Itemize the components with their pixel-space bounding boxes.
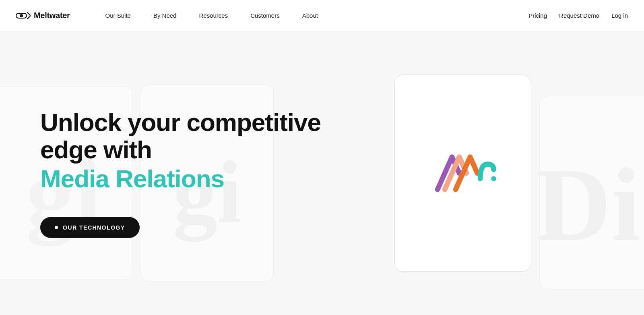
hero-subheadline: Media Relations xyxy=(40,165,322,193)
hero-section: gi gi Unlock your competitive edge with … xyxy=(0,31,644,315)
cta-dot-icon xyxy=(55,226,58,229)
nav-right: Pricing Request Demo Log in xyxy=(528,12,628,19)
main-nav: Our Suite By Need Resources Customers Ab… xyxy=(94,0,529,31)
nav-item-about[interactable]: About xyxy=(291,0,329,31)
hero-headline: Unlock your competitive edge with xyxy=(40,109,322,164)
logo-text: Meltwater xyxy=(34,11,70,20)
svg-point-1 xyxy=(20,14,23,17)
nav-item-our-suite[interactable]: Our Suite xyxy=(94,0,142,31)
meltwater-logo-mark xyxy=(427,149,499,197)
cta-button[interactable]: OUR TECHNOLOGY xyxy=(40,217,140,238)
nav-item-customers[interactable]: Customers xyxy=(239,0,291,31)
nav-item-resources[interactable]: Resources xyxy=(188,0,239,31)
hero-content: Unlock your competitive edge with Media … xyxy=(40,109,322,238)
svg-point-2 xyxy=(491,176,496,181)
feature-card xyxy=(394,75,531,272)
logo-icon xyxy=(16,11,31,20)
bg-card-right: Di xyxy=(539,96,644,289)
nav-item-by-need[interactable]: By Need xyxy=(142,0,188,31)
nav-request-demo[interactable]: Request Demo xyxy=(559,12,599,19)
nav-login[interactable]: Log in xyxy=(611,12,628,19)
logo-area[interactable]: Meltwater xyxy=(16,11,70,20)
nav-pricing[interactable]: Pricing xyxy=(528,12,547,19)
site-header: Meltwater Our Suite By Need Resources Cu… xyxy=(0,0,644,31)
